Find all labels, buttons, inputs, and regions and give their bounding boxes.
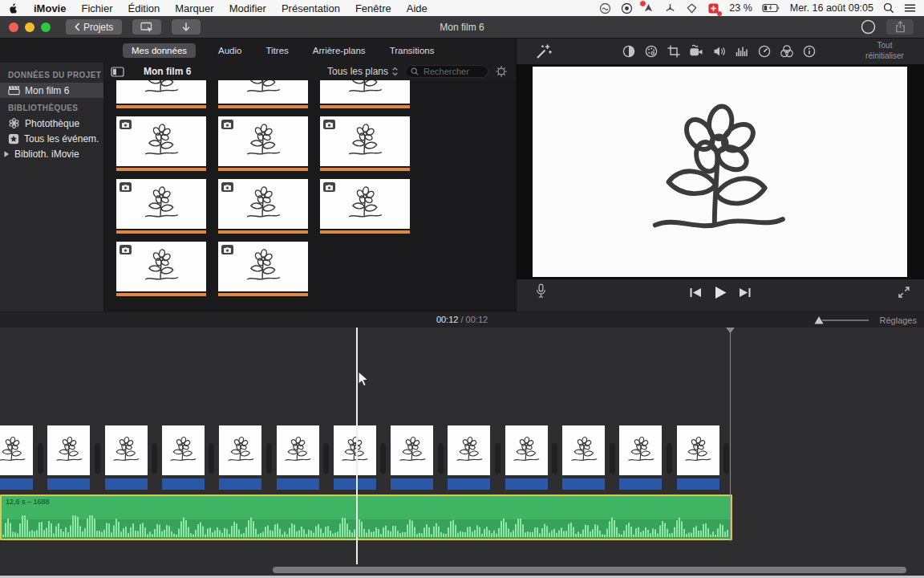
- media-browser-button[interactable]: [132, 19, 161, 35]
- tab-0[interactable]: Mes données: [123, 43, 196, 58]
- slider-track[interactable]: [822, 320, 869, 321]
- sidebar-toggle-button[interactable]: [111, 67, 124, 77]
- color-correction-button[interactable]: [644, 44, 659, 59]
- horizontal-scrollbar[interactable]: [273, 567, 906, 573]
- clip-gap-handle[interactable]: [38, 443, 43, 474]
- timeline-clip[interactable]: [677, 425, 719, 475]
- menu-clock[interactable]: Mer. 16 août 09:05: [790, 2, 873, 14]
- clip-gap-handle[interactable]: [610, 443, 615, 474]
- browser-clip[interactable]: [218, 242, 308, 296]
- battery-icon[interactable]: [762, 3, 780, 13]
- tab-3[interactable]: Arrière-plans: [311, 43, 367, 58]
- health-app-menu-icon[interactable]: [707, 2, 719, 14]
- timeline-clip[interactable]: [277, 425, 319, 475]
- volume-button[interactable]: [712, 44, 727, 59]
- timeline-clip[interactable]: [334, 425, 376, 475]
- timeline-clip[interactable]: [448, 425, 490, 475]
- clip-gap-handle[interactable]: [495, 443, 500, 474]
- clip-gap-handle[interactable]: [723, 443, 729, 474]
- reset-all-button[interactable]: Tout réinitialiser: [855, 41, 914, 61]
- menu-item-7[interactable]: Aide: [407, 2, 428, 14]
- timeline-clip-color-bar[interactable]: [162, 478, 205, 490]
- timeline-clip-color-bar[interactable]: [562, 478, 605, 490]
- timeline-clip-color-bar[interactable]: [334, 478, 376, 490]
- timeline-clip-color-bar[interactable]: [277, 478, 319, 490]
- menu-item-2[interactable]: Édition: [128, 2, 160, 14]
- clip-gap-handle[interactable]: [266, 443, 272, 474]
- browser-clip[interactable]: [218, 116, 308, 171]
- search-field[interactable]: [405, 65, 488, 78]
- menu-item-5[interactable]: Présentation: [282, 2, 340, 14]
- browser-clip[interactable]: [218, 179, 308, 234]
- share-button[interactable]: [886, 19, 914, 35]
- clip-gap-handle[interactable]: [380, 443, 386, 474]
- browser-clip[interactable]: [116, 80, 206, 108]
- timeline-clip[interactable]: [47, 425, 90, 475]
- sidebar-item-project[interactable]: Mon film 6: [0, 83, 103, 98]
- timeline-clip-color-bar[interactable]: [448, 478, 490, 490]
- browser-clip[interactable]: [116, 242, 206, 296]
- timeline-clip[interactable]: [619, 425, 662, 475]
- sidebar-item-imovie-library[interactable]: Biblioth. iMovie: [0, 146, 103, 161]
- menu-item-1[interactable]: Fichier: [81, 2, 112, 14]
- timeline-clip-color-bar[interactable]: [391, 478, 433, 490]
- disclosure-triangle-icon[interactable]: [3, 150, 10, 158]
- sidebar-item-photo-library[interactable]: Photothèque: [0, 116, 103, 131]
- minimize-window-button[interactable]: [25, 22, 34, 32]
- timeline-clip-color-bar[interactable]: [677, 478, 719, 490]
- spotlight-icon[interactable]: [883, 2, 894, 14]
- previous-frame-button[interactable]: [689, 287, 703, 298]
- noise-equalizer-button[interactable]: [735, 44, 749, 59]
- app-status-menu-icon[interactable]: [642, 2, 654, 14]
- browser-clip[interactable]: [320, 179, 410, 234]
- clip-filter-dropdown[interactable]: Tous les plans: [327, 66, 399, 77]
- browser-clip[interactable]: [218, 80, 308, 108]
- apple-menu-icon[interactable]: [8, 2, 18, 14]
- clip-gap-handle[interactable]: [152, 443, 157, 474]
- playhead[interactable]: [356, 328, 358, 564]
- clip-gap-handle[interactable]: [323, 443, 329, 474]
- menu-item-0[interactable]: iMovie: [34, 2, 66, 14]
- timeline-clip[interactable]: [0, 425, 33, 475]
- play-button[interactable]: [713, 286, 728, 299]
- timeline-audio-clip[interactable]: 12,6 s – 1688: [0, 495, 732, 540]
- clip-gap-handle[interactable]: [209, 443, 214, 474]
- browser-clip[interactable]: [116, 179, 206, 234]
- menu-item-6[interactable]: Fenêtre: [355, 2, 391, 14]
- next-frame-button[interactable]: [739, 287, 752, 298]
- timeline-clip-color-bar[interactable]: [105, 478, 148, 490]
- crop-button[interactable]: [667, 44, 681, 59]
- search-input[interactable]: [422, 66, 483, 77]
- screen-record-menu-icon[interactable]: [621, 2, 633, 14]
- stabilization-button[interactable]: [689, 44, 704, 59]
- timeline-clip[interactable]: [562, 425, 605, 475]
- speed-button[interactable]: [757, 44, 772, 59]
- clip-gap-handle[interactable]: [438, 443, 444, 474]
- browser-settings-button[interactable]: [495, 65, 508, 78]
- control-center-icon[interactable]: [904, 3, 916, 13]
- browser-clip[interactable]: [320, 116, 410, 171]
- projects-back-button[interactable]: Projets: [66, 19, 122, 35]
- timeline-clip[interactable]: [105, 425, 148, 475]
- timeline-clip-color-bar[interactable]: [219, 478, 261, 490]
- tab-2[interactable]: Titres: [264, 43, 290, 58]
- timeline-clip-color-bar[interactable]: [619, 478, 662, 490]
- tab-4[interactable]: Transitions: [388, 43, 436, 58]
- timeline-clip-color-bar[interactable]: [47, 478, 90, 490]
- timeline-clip[interactable]: [162, 425, 205, 475]
- zoom-window-button[interactable]: [41, 22, 51, 32]
- timeline-settings-button[interactable]: Réglages: [880, 315, 917, 325]
- sidebar-item-all-events[interactable]: Tous les événem.: [0, 131, 103, 146]
- clip-gap-handle[interactable]: [552, 443, 557, 474]
- record-voiceover-button[interactable]: [535, 283, 547, 299]
- fan-menu-icon[interactable]: [664, 2, 676, 14]
- timeline-clip[interactable]: [219, 425, 261, 475]
- tab-1[interactable]: Audio: [217, 43, 243, 58]
- info-button[interactable]: [802, 44, 817, 59]
- timeline-clip[interactable]: [505, 425, 548, 475]
- browser-clip[interactable]: [116, 116, 206, 171]
- diamond-menu-icon[interactable]: [686, 2, 698, 14]
- menu-item-4[interactable]: Modifier: [229, 2, 266, 14]
- creative-cloud-menu-icon[interactable]: [599, 2, 611, 14]
- clip-size-slider[interactable]: [814, 316, 869, 324]
